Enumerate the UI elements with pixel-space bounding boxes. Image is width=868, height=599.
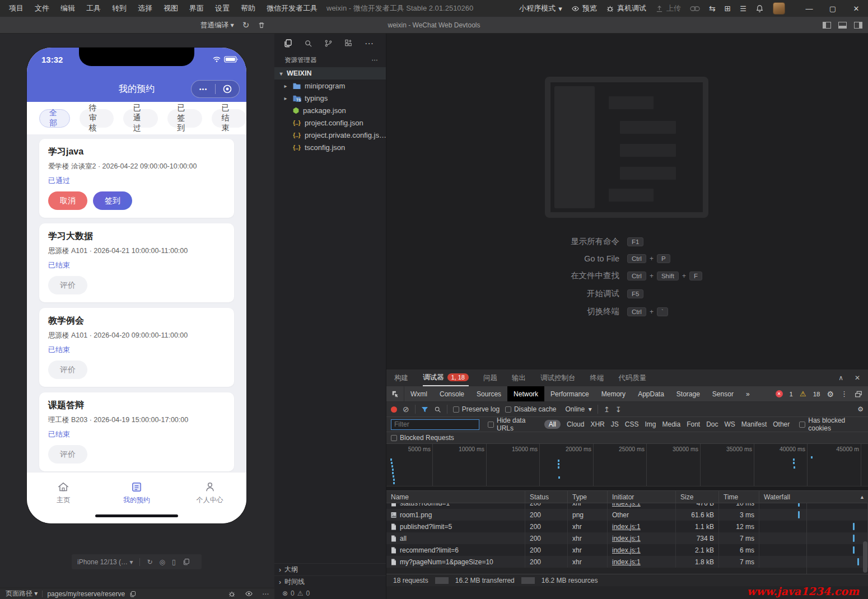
tab-pending[interactable]: 待审核	[80, 109, 114, 128]
menu-settings[interactable]: 设置	[209, 0, 235, 17]
column-name[interactable]: Name	[386, 491, 525, 503]
tab-terminal[interactable]: 终端	[590, 369, 604, 386]
network-settings-icon[interactable]: ⚙	[857, 405, 864, 413]
review-button[interactable]: 评价	[48, 361, 87, 379]
record-button[interactable]	[391, 406, 397, 413]
media-icon[interactable]: ◎	[160, 558, 165, 566]
tab-performance[interactable]: Performance	[544, 386, 595, 401]
filter-input[interactable]	[391, 419, 479, 430]
initiator-link[interactable]: index.js:1	[612, 558, 641, 566]
tab-sensor[interactable]: Sensor	[706, 386, 740, 401]
more-tabs-icon[interactable]: »	[740, 386, 756, 401]
filter-type-img[interactable]: Img	[645, 420, 656, 428]
rotate-icon[interactable]: ↻	[147, 558, 152, 566]
capsule-more-button[interactable]: •••	[192, 86, 215, 92]
tab-output[interactable]: 输出	[512, 369, 526, 386]
source-control-icon[interactable]	[324, 39, 333, 48]
clear-cache-icon[interactable]	[258, 21, 265, 29]
files-icon[interactable]	[283, 39, 292, 48]
extensions-icon[interactable]	[344, 39, 353, 48]
page-path-dropdown[interactable]: 页面路径 ▾	[6, 589, 38, 598]
tree-item-project-config[interactable]: {..} project.config.json	[274, 116, 386, 129]
filter-type-media[interactable]: Media	[662, 420, 680, 428]
column-type[interactable]: Type	[568, 491, 608, 503]
tab-build[interactable]: 构建	[394, 369, 408, 386]
table-row[interactable]: status?roomid=1 200 xhr index.js:1 476 B…	[386, 503, 868, 509]
tab-sources[interactable]: Sources	[470, 386, 507, 401]
tree-item-project-private-config[interactable]: {..} project.private.config.js…	[274, 129, 386, 141]
tab-debug-console[interactable]: 调试控制台	[540, 369, 576, 386]
table-row[interactable]: recommend?limit=6 200 xhr index.js:1 2.1…	[386, 544, 868, 556]
inspect-element-icon[interactable]	[386, 386, 404, 401]
toggle-panel-icon[interactable]	[838, 22, 847, 29]
tab-console[interactable]: Console	[433, 386, 470, 401]
cascade-windows-icon[interactable]	[183, 558, 190, 565]
phone-frame-icon[interactable]: ▯	[172, 558, 176, 566]
swap-icon[interactable]: ⇆	[709, 4, 716, 13]
hamburger-menu-icon[interactable]: ☰	[740, 4, 746, 13]
hide-data-urls-checkbox[interactable]: Hide data URLs	[488, 417, 539, 432]
column-waterfall[interactable]: Waterfall▲	[759, 491, 868, 503]
import-har-icon[interactable]: ↥	[604, 405, 610, 414]
toggle-sidebar-icon[interactable]	[823, 22, 831, 29]
table-row[interactable]: published?limit=5 200 xhr index.js:1 1.1…	[386, 521, 868, 532]
timeline-section[interactable]: › 时间线	[274, 575, 386, 588]
filter-type-other[interactable]: Other	[773, 420, 790, 428]
visibility-icon[interactable]	[245, 589, 253, 598]
tab-wxml[interactable]: Wxml	[404, 386, 433, 401]
tab-all[interactable]: 全部	[39, 109, 70, 128]
miniprogram-mode-dropdown[interactable]: 小程序模式▾	[519, 3, 562, 13]
menu-file[interactable]: 文件	[29, 0, 55, 17]
column-size[interactable]: Size	[676, 491, 719, 503]
export-har-icon[interactable]: ↧	[615, 405, 622, 414]
toggle-secondary-sidebar-icon[interactable]	[854, 22, 862, 29]
outline-section[interactable]: › 大纲	[274, 563, 386, 575]
cancel-button[interactable]: 取消	[48, 191, 87, 210]
upload-button[interactable]: 上传	[655, 3, 681, 13]
preserve-log-checkbox[interactable]: Preserve log	[453, 405, 500, 413]
undock-icon[interactable]	[855, 390, 862, 398]
more-actions-icon[interactable]: ⋯	[372, 56, 379, 64]
filter-type-js[interactable]: JS	[611, 420, 619, 428]
checkin-button[interactable]: 签到	[93, 191, 132, 210]
menu-wechat-devtools[interactable]: 微信开发者工具	[261, 0, 323, 17]
initiator-link[interactable]: index.js:1	[612, 546, 641, 554]
network-overview-timeline[interactable]: 5000 ms 10000 ms 15000 ms 20000 ms 25000…	[386, 444, 868, 491]
initiator-link[interactable]: index.js:1	[612, 535, 641, 542]
review-button[interactable]: 评价	[48, 445, 87, 464]
table-row[interactable]: room1.png 200 png Other 61.6 kB 3 ms	[386, 509, 868, 521]
capsule-exit-button[interactable]	[216, 84, 239, 94]
tree-item-miniprogram[interactable]: ▸ miniprogram	[274, 79, 386, 92]
table-row[interactable]: my?pageNum=1&pageSize=10 200 xhr index.j…	[386, 556, 868, 568]
table-scrollbar[interactable]	[863, 541, 867, 573]
layout-grid-icon[interactable]: ⊞	[725, 4, 731, 13]
search-icon[interactable]	[304, 39, 312, 48]
tab-code-quality[interactable]: 代码质量	[618, 369, 646, 386]
tab-approved[interactable]: 已通过	[123, 109, 158, 128]
kebab-menu-icon[interactable]: ⋮	[841, 390, 848, 398]
close-button[interactable]: ✕	[844, 0, 868, 17]
tree-item-tsconfig[interactable]: {..} tsconfig.json	[274, 141, 386, 153]
tab-memory[interactable]: Memory	[595, 386, 632, 401]
filter-type-manifest[interactable]: Manifest	[741, 420, 767, 428]
disable-cache-checkbox[interactable]: Disable cache	[505, 405, 556, 413]
tree-item-typings[interactable]: ▸ TS typings	[274, 92, 386, 104]
blocked-requests-checkbox[interactable]: Blocked Requests	[391, 434, 454, 442]
debug-icon[interactable]	[228, 590, 236, 598]
filter-type-doc[interactable]: Doc	[706, 420, 718, 428]
tab-finished[interactable]: 已结束	[212, 109, 246, 128]
devtools-settings-icon[interactable]: ⚙	[827, 390, 834, 399]
filter-type-xhr[interactable]: XHR	[590, 420, 604, 428]
has-blocked-cookies-checkbox[interactable]: Has blocked cookies	[799, 417, 864, 432]
tab-storage[interactable]: Storage	[670, 386, 706, 401]
maximize-button[interactable]: ▢	[821, 0, 844, 17]
tabbar-home[interactable]: 主页	[27, 472, 100, 523]
menu-view[interactable]: 视图	[158, 0, 184, 17]
notification-bell-icon[interactable]	[755, 4, 764, 13]
menu-help[interactable]: 帮助	[235, 0, 261, 17]
menu-project[interactable]: 项目	[3, 0, 29, 17]
link-icon[interactable]	[690, 4, 700, 13]
collapse-panel-icon[interactable]: ∧	[838, 374, 843, 382]
tab-problems[interactable]: 问题	[483, 369, 497, 386]
tree-item-package-json[interactable]: package.json	[274, 104, 386, 116]
